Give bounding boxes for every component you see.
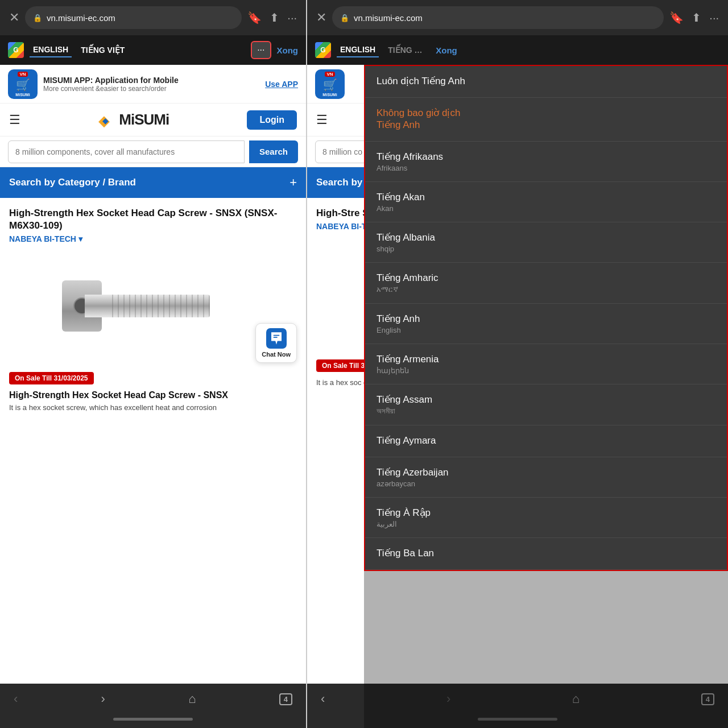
lang-item-5[interactable]: Tiếng Amharic አማርኛ bbox=[365, 263, 727, 304]
dropdown-overlay[interactable]: Luôn dịch Tiếng Anh Không bao giờ dịchTi… bbox=[364, 65, 728, 728]
home-indicator-bar-left bbox=[113, 718, 193, 721]
home-btn-left[interactable]: ⌂ bbox=[188, 692, 196, 706]
browser-close-right[interactable]: ✕ bbox=[316, 10, 326, 25]
lang-item-0[interactable]: Luôn dịch Tiếng Anh bbox=[365, 66, 727, 98]
hamburger-icon-left[interactable]: ☰ bbox=[9, 113, 20, 127]
translate-english-btn-left[interactable]: ENGLISH bbox=[30, 43, 72, 57]
lang-item-9[interactable]: Tiếng Aymara bbox=[365, 425, 727, 457]
translate-viet-btn-left[interactable]: TIẾNG VIỆT bbox=[77, 43, 128, 57]
product-section-left: High-Strength Hex Socket Head Cap Screw … bbox=[0, 198, 306, 684]
lang-primary-12: Tiếng Ba Lan bbox=[377, 547, 715, 559]
lang-primary-1: Không bao giờ dịchTiếng Anh bbox=[377, 107, 715, 131]
lang-secondary-6: English bbox=[377, 326, 715, 334]
url-bar-right[interactable]: 🔒 vn.misumi-ec.com bbox=[332, 6, 664, 29]
use-app-btn-left[interactable]: Use APP bbox=[265, 80, 298, 89]
lang-item-11[interactable]: Tiếng À Rập العربية bbox=[365, 498, 727, 538]
lang-primary-8: Tiếng Assam bbox=[377, 394, 715, 406]
brand-arrow-left: ▾ bbox=[78, 234, 82, 243]
lang-primary-4: Tiếng Albania bbox=[377, 231, 715, 243]
browser-chrome-right: ✕ 🔒 vn.misumi-ec.com 🔖 ⬆ ··· bbox=[307, 0, 728, 35]
share-icon-right[interactable]: ⬆ bbox=[692, 11, 701, 24]
lang-item-1[interactable]: Không bao giờ dịchTiếng Anh bbox=[365, 98, 727, 142]
browser-actions-right: 🔖 ⬆ ··· bbox=[669, 11, 719, 24]
translate-done-btn-right[interactable]: Xong bbox=[436, 46, 457, 55]
lang-item-4[interactable]: Tiếng Albania shqip bbox=[365, 222, 727, 263]
product-image-container-left: Chat Now bbox=[9, 249, 297, 363]
lang-secondary-11: العربية bbox=[377, 520, 715, 528]
product-desc-text-left: It is a hex socket screw, which has exce… bbox=[9, 403, 297, 413]
forward-btn-left[interactable]: › bbox=[101, 692, 105, 706]
more-icon-left[interactable]: ··· bbox=[287, 11, 297, 24]
left-panel: ✕ 🔒 vn.misumi-ec.com 🔖 ⬆ ··· G ENGLISH T… bbox=[0, 0, 307, 728]
back-btn-left[interactable]: ‹ bbox=[14, 692, 18, 706]
category-bar-left[interactable]: Search by Category / Brand + bbox=[0, 167, 306, 198]
share-icon-left[interactable]: ⬆ bbox=[270, 11, 279, 24]
bottom-nav-left: ‹ › ⌂ 4 bbox=[0, 684, 306, 714]
lang-item-8[interactable]: Tiếng Assam অসমীয়া bbox=[365, 384, 727, 425]
more-icon-right[interactable]: ··· bbox=[709, 11, 719, 24]
lang-primary-9: Tiếng Aymara bbox=[377, 435, 715, 446]
url-bar-left[interactable]: 🔒 vn.misumi-ec.com bbox=[25, 6, 242, 29]
chat-now-text-left: Chat Now bbox=[262, 351, 291, 358]
translate-bar-right: G ENGLISH TIẾNG VIỆT Xong bbox=[307, 35, 728, 65]
search-input-left[interactable] bbox=[8, 140, 245, 163]
translate-done-btn-left[interactable]: Xong bbox=[277, 46, 299, 55]
lang-secondary-5: አማርኛ bbox=[377, 285, 715, 294]
back-btn-right[interactable]: ‹ bbox=[321, 692, 325, 706]
misumi-logo-left: MiSUMi bbox=[98, 111, 169, 129]
lang-item-6[interactable]: Tiếng Anh English bbox=[365, 304, 727, 344]
google-translate-icon-right: G bbox=[315, 42, 331, 58]
lang-item-2[interactable]: Tiếng Afrikaans Afrikaans bbox=[365, 142, 727, 182]
translate-english-btn-right[interactable]: ENGLISH bbox=[337, 43, 379, 57]
bookmark-icon-right[interactable]: 🔖 bbox=[669, 11, 684, 24]
lang-primary-0: Luôn dịch Tiếng Anh bbox=[377, 75, 715, 87]
chat-now-icon-left bbox=[266, 328, 287, 349]
lang-item-10[interactable]: Tiếng Azerbaijan azərbaycan bbox=[365, 457, 727, 498]
lang-item-12[interactable]: Tiếng Ba Lan bbox=[365, 538, 727, 570]
translate-bar-left: G ENGLISH TIẾNG VIỆT ··· Xong bbox=[0, 35, 306, 65]
lock-icon-right: 🔒 bbox=[340, 14, 349, 22]
screw-image-left bbox=[62, 280, 244, 332]
lang-primary-2: Tiếng Afrikaans bbox=[377, 151, 715, 163]
app-banner-icon-left: VN 🛒 MiSUMi bbox=[8, 69, 38, 99]
browser-chrome-left: ✕ 🔒 vn.misumi-ec.com 🔖 ⬆ ··· bbox=[0, 0, 306, 35]
product-brand-left[interactable]: NABEYA BI-TECH ▾ bbox=[9, 234, 297, 243]
misumi-header-left: ☰ MiSUMi Login bbox=[0, 104, 306, 136]
lang-primary-7: Tiếng Armenia bbox=[377, 353, 715, 365]
search-btn-left[interactable]: Search bbox=[249, 140, 298, 163]
lang-primary-3: Tiếng Akan bbox=[377, 191, 715, 203]
svg-rect-2 bbox=[273, 335, 279, 336]
brand-name-right: NABEYA BI-T bbox=[316, 222, 366, 231]
svg-rect-3 bbox=[273, 337, 277, 338]
brand-name-left: NABEYA BI-TECH bbox=[9, 234, 76, 243]
hamburger-icon-right[interactable]: ☰ bbox=[316, 113, 328, 127]
browser-close-left[interactable]: ✕ bbox=[9, 10, 19, 25]
app-banner-title-left: MISUMI APP: Application for Mobile bbox=[43, 76, 259, 85]
translate-more-btn-left[interactable]: ··· bbox=[251, 41, 271, 59]
lang-primary-11: Tiếng À Rập bbox=[377, 507, 715, 519]
category-plus-left: + bbox=[289, 175, 297, 190]
right-panel: ✕ 🔒 vn.misumi-ec.com 🔖 ⬆ ··· G ENGLISH T… bbox=[307, 0, 728, 728]
product-desc-title-left: High-Strength Hex Socket Head Cap Screw … bbox=[9, 390, 297, 400]
lang-secondary-4: shqip bbox=[377, 245, 715, 253]
misumi-small-text-right: MiSUMi bbox=[322, 93, 337, 97]
lang-primary-6: Tiếng Anh bbox=[377, 313, 715, 325]
lang-primary-5: Tiếng Amharic bbox=[377, 272, 715, 284]
cart-icon-left: 🛒 bbox=[16, 78, 30, 92]
screw-threads-left bbox=[107, 295, 210, 317]
vn-badge-left: VN bbox=[18, 72, 27, 77]
misumi-logo-text-left: MiSUMi bbox=[119, 111, 169, 129]
lang-item-3[interactable]: Tiếng Akan Akan bbox=[365, 182, 727, 222]
lang-item-7[interactable]: Tiếng Armenia հայերեն bbox=[365, 344, 727, 384]
google-translate-icon-left: G bbox=[8, 42, 24, 58]
category-bar-text-left: Search by Category / Brand bbox=[9, 177, 136, 188]
lang-secondary-7: հայերեն bbox=[377, 366, 715, 375]
cart-icon-right: 🛒 bbox=[323, 78, 337, 92]
lock-icon-left: 🔒 bbox=[33, 14, 42, 22]
search-bar-left: Search bbox=[0, 136, 306, 167]
bookmark-icon-left[interactable]: 🔖 bbox=[247, 11, 262, 24]
app-banner-left: VN 🛒 MiSUMi MISUMI APP: Application for … bbox=[0, 65, 306, 104]
chat-now-btn-left[interactable]: Chat Now bbox=[255, 323, 297, 363]
tab-badge-left[interactable]: 4 bbox=[279, 693, 292, 705]
login-btn-left[interactable]: Login bbox=[247, 110, 297, 130]
